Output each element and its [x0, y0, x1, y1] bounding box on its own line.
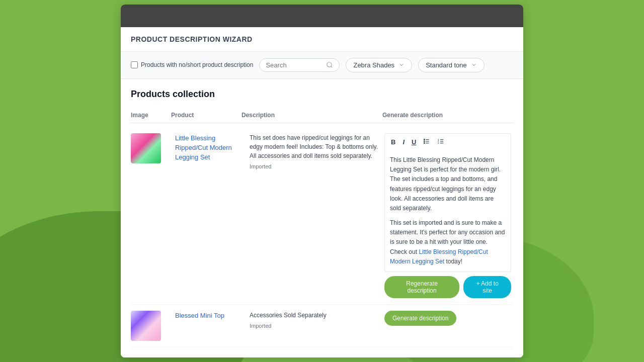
filter-checkbox[interactable] [131, 61, 138, 68]
underline-button[interactable]: U [410, 137, 418, 147]
unordered-list-icon [423, 138, 430, 145]
svg-point-7 [424, 143, 425, 144]
search-box [259, 58, 340, 72]
table-header: Image Product Description Generate descr… [131, 108, 513, 123]
ordered-list-button[interactable]: 1 2 3 [435, 137, 446, 147]
product-thumbnail-2 [131, 311, 161, 341]
generated-text-p1: This Little Blessing Ripped/Cut Modern L… [390, 155, 506, 213]
svg-point-5 [424, 139, 425, 140]
product-name-link-2[interactable]: Blessed Mini Top [175, 312, 224, 319]
store-dropdown-value: Zebra Shades [353, 61, 394, 69]
main-container: PRODUCT DESCRIPTION WIZARD Products with… [121, 5, 523, 357]
regenerate-button[interactable]: Regenerate description [384, 276, 459, 298]
product-tag-2: Imported [250, 323, 378, 329]
generate-col-1: B I U [382, 133, 513, 298]
tone-dropdown-value: Standard tone [426, 61, 467, 69]
page-title: PRODUCT DESCRIPTION WIZARD [131, 35, 513, 43]
content-area: Products collection Image Product Descri… [121, 79, 523, 357]
svg-line-1 [331, 66, 333, 68]
product-thumbnail-1 [131, 133, 161, 163]
table-row: Blessed Mini Top Accessories Sold Separa… [131, 305, 513, 347]
add-to-site-button[interactable]: + Add to site [463, 276, 511, 298]
editor-toolbar-1: B I U [384, 133, 511, 150]
filter-label: Products with no/short product descripti… [141, 61, 253, 68]
svg-point-0 [327, 62, 332, 67]
svg-text:3: 3 [438, 142, 439, 144]
product-name-col-1: Little Blessing Ripped/Cut Modern Leggin… [175, 133, 246, 162]
search-icon [326, 61, 333, 68]
product-desc-text-2: Accessories Sold Separately [250, 311, 378, 320]
col-product: Product [171, 112, 242, 119]
italic-button[interactable]: I [400, 137, 407, 147]
unordered-list-button[interactable] [421, 137, 432, 147]
product-desc-text-1: This set does have ripped/cut leggings f… [250, 133, 378, 160]
chevron-down-icon-2 [471, 62, 477, 68]
generate-col-2: Generate description [382, 311, 513, 326]
bold-button[interactable]: B [389, 137, 397, 147]
tone-dropdown[interactable]: Standard tone [418, 58, 485, 72]
product-name-link-1[interactable]: Little Blessing Ripped/Cut Modern Leggin… [175, 134, 232, 161]
generate-description-button[interactable]: Generate description [384, 311, 456, 326]
filter-checkbox-container: Products with no/short product descripti… [131, 61, 253, 68]
top-bar [121, 5, 523, 27]
product-image-2 [131, 311, 171, 341]
product-name-col-2: Blessed Mini Top [175, 311, 246, 320]
col-generate: Generate description [382, 112, 513, 119]
page-header: PRODUCT DESCRIPTION WIZARD [121, 27, 523, 52]
toolbar: Products with no/short product descripti… [121, 52, 523, 79]
col-image: Image [131, 112, 171, 119]
editor-content-1[interactable]: This Little Blessing Ripped/Cut Modern L… [384, 150, 511, 272]
ordered-list-icon: 1 2 3 [437, 138, 444, 145]
product-image-1 [131, 133, 171, 163]
product-tag-1: Imported [250, 163, 378, 169]
chevron-down-icon [398, 62, 405, 68]
store-dropdown[interactable]: Zebra Shades [346, 58, 412, 72]
collection-title: Products collection [131, 89, 513, 100]
search-input[interactable] [266, 61, 323, 69]
generated-text-p2: This set is imported and is sure to make… [390, 218, 506, 266]
product-desc-col-1: This set does have ripped/cut leggings f… [250, 133, 378, 169]
table-row: Little Blessing Ripped/Cut Modern Leggin… [131, 127, 513, 305]
action-buttons-1: Regenerate description + Add to site [384, 276, 511, 298]
product-desc-col-2: Accessories Sold Separately Imported [250, 311, 378, 329]
svg-point-6 [424, 141, 425, 142]
col-description: Description [242, 112, 382, 119]
